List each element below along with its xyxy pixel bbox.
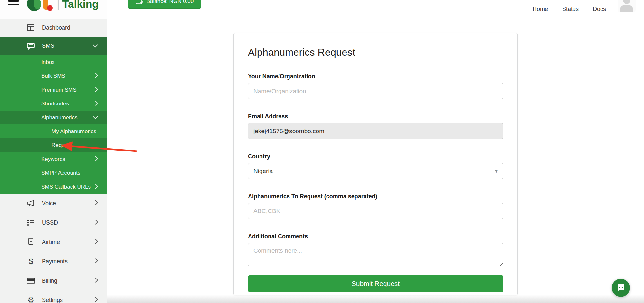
chevron-right-icon xyxy=(94,183,98,191)
chevron-right-icon xyxy=(94,156,98,163)
chevron-right-icon xyxy=(94,200,98,207)
alphanumerics-form-group: Alphanumerics To Request (comma separate… xyxy=(248,193,503,219)
sidebar-item-shortcodes[interactable]: Shortcodes xyxy=(0,97,107,111)
email-label: Email Address xyxy=(248,113,503,120)
nav-home-link[interactable]: Home xyxy=(533,6,548,13)
sidebar-item-billing[interactable]: Billing xyxy=(0,271,107,290)
alphanumerics-request-card: Alphanumerics Request Your Name/Organiza… xyxy=(233,33,518,295)
email-field[interactable] xyxy=(248,123,503,139)
sms-section: SMS Inbox Bulk SMS Premium SMS xyxy=(0,37,107,194)
chevron-right-icon xyxy=(94,100,98,107)
sidebar-item-settings[interactable]: ⚙ Settings xyxy=(0,290,107,303)
billing-card-icon xyxy=(26,278,35,284)
alphanumerics-input[interactable] xyxy=(248,203,503,219)
nav-docs-link[interactable]: Docs xyxy=(593,6,606,13)
sidebar-item-airtime[interactable]: Airtime xyxy=(0,232,107,252)
chevron-right-icon xyxy=(94,239,98,246)
chevron-right-icon xyxy=(94,277,98,284)
sidebar-item-keywords[interactable]: Keywords xyxy=(0,152,107,166)
hamburger-menu-icon[interactable] xyxy=(8,0,19,6)
country-selected-value: Nigeria xyxy=(253,168,273,175)
sidebar-item-alphanumerics[interactable]: Alphanumerics xyxy=(0,111,107,124)
sidebar-item-dashboard[interactable]: Dashboard xyxy=(0,19,107,37)
payments-dollar-icon: $ xyxy=(26,257,35,266)
app-page: | Talking Dashboard xyxy=(0,0,644,303)
sidebar-item-bulk-sms[interactable]: Bulk SMS xyxy=(0,69,107,83)
sidebar-item-label: Dashboard xyxy=(42,24,70,31)
sidebar-item-smpp-accounts[interactable]: SMPP Accounts xyxy=(0,166,107,180)
brand-logo[interactable]: | Talking xyxy=(27,0,99,12)
logo-divider: | xyxy=(57,0,60,11)
email-form-group: Email Address xyxy=(248,113,503,139)
content-area: Alphanumerics Request Your Name/Organiza… xyxy=(107,18,644,303)
dashboard-icon xyxy=(26,24,35,32)
comments-label: Additional Comments xyxy=(248,233,503,240)
sidebar-item-label: SMS xyxy=(42,43,54,49)
chevron-down-icon xyxy=(92,115,98,121)
chevron-right-icon xyxy=(94,219,98,226)
nav-status-link[interactable]: Status xyxy=(562,6,579,13)
country-select[interactable]: Nigeria ▼ xyxy=(248,163,503,179)
top-nav: Home Status Docs xyxy=(533,0,606,18)
sidebar-header: | Talking xyxy=(0,0,107,19)
sms-icon xyxy=(26,42,35,50)
ussd-list-icon xyxy=(26,219,35,226)
comments-form-group: Additional Comments xyxy=(248,233,503,268)
sidebar: | Talking Dashboard xyxy=(0,0,107,303)
chevron-right-icon xyxy=(94,258,98,265)
balance-button[interactable]: Balance: NGN 0.00 xyxy=(128,0,201,9)
logo-text: Talking xyxy=(62,0,99,10)
chevron-right-icon xyxy=(94,86,98,93)
sidebar-item-payments[interactable]: $ Payments xyxy=(0,252,107,271)
sidebar-item-ussd[interactable]: USSD xyxy=(0,213,107,232)
submit-request-button[interactable]: Submit Request xyxy=(248,275,503,292)
country-label: Country xyxy=(248,153,503,160)
chevron-down-icon xyxy=(92,43,98,49)
name-label: Your Name/Organization xyxy=(248,73,503,80)
name-form-group: Your Name/Organization xyxy=(248,73,503,99)
user-avatar[interactable] xyxy=(618,0,636,12)
settings-gear-icon: ⚙ xyxy=(26,296,35,303)
select-caret-icon: ▼ xyxy=(495,169,498,173)
chat-smile-icon xyxy=(616,283,626,293)
airtime-receipt-icon xyxy=(26,238,35,246)
country-form-group: Country Nigeria ▼ xyxy=(248,153,503,179)
sidebar-item-inbox[interactable]: Inbox xyxy=(0,55,107,69)
page-title: Alphanumerics Request xyxy=(248,47,503,58)
voice-megaphone-icon xyxy=(26,200,35,207)
alphanumerics-label: Alphanumerics To Request (comma separate… xyxy=(248,193,503,200)
wallet-icon xyxy=(136,0,143,4)
comments-textarea[interactable] xyxy=(248,243,503,266)
sidebar-item-request[interactable]: Request xyxy=(0,138,107,152)
name-input[interactable] xyxy=(248,83,503,99)
africas-talking-logo-icon xyxy=(27,0,55,12)
chevron-right-icon xyxy=(94,297,98,303)
sidebar-item-voice[interactable]: Voice xyxy=(0,194,107,213)
main-area: Balance: NGN 0.00 Home Status Docs Alpha… xyxy=(107,0,644,303)
sidebar-item-my-alphanumerics[interactable]: My Alphanumerics xyxy=(0,124,107,138)
sidebar-item-sms-callback-urls[interactable]: SMS Callback URLs xyxy=(0,180,107,194)
chevron-right-icon xyxy=(94,73,98,80)
sidebar-item-sms[interactable]: SMS xyxy=(0,37,107,55)
sidebar-item-premium-sms[interactable]: Premium SMS xyxy=(0,83,107,97)
chat-launcher-button[interactable] xyxy=(612,279,630,297)
top-header: Balance: NGN 0.00 Home Status Docs xyxy=(107,0,644,18)
